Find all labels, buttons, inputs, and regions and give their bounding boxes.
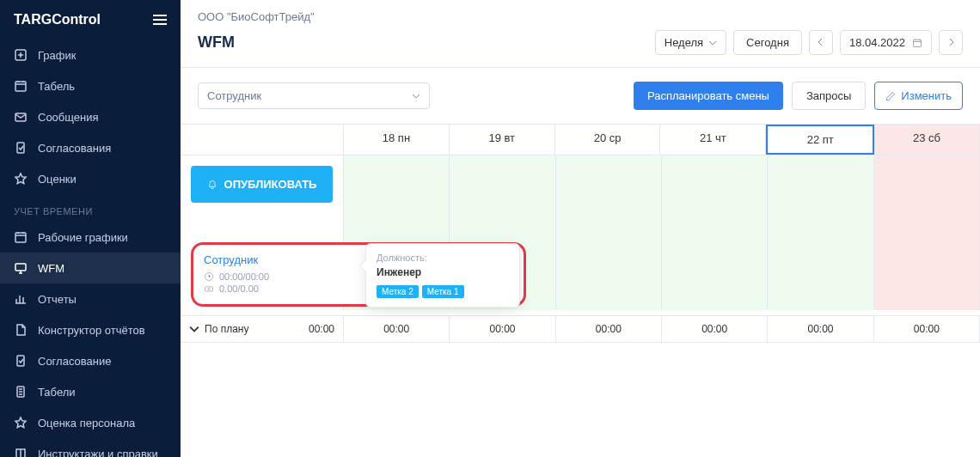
- publish-label: ОПУБЛИКОВАТЬ: [224, 178, 317, 191]
- day-header[interactable]: 22 пт: [766, 125, 874, 155]
- sidebar-item-отчеты[interactable]: Отчеты: [0, 283, 181, 314]
- menu-toggle-icon[interactable]: [153, 15, 167, 25]
- main-content: ООО "БиоСофтТрейд" WFM Неделя Сегодня 18…: [181, 0, 980, 457]
- plus-box-icon: [14, 48, 28, 62]
- sidebar: TARGControl ГрафикТабельСообщенияСогласо…: [0, 0, 181, 457]
- sidebar-item-wfm[interactable]: WFM: [0, 253, 181, 283]
- sidebar-item-инструктажи-и-справки[interactable]: Инструктажи и справки: [0, 438, 181, 457]
- day-column[interactable]: [768, 155, 873, 310]
- publish-button[interactable]: ОПУБЛИКОВАТЬ: [191, 166, 333, 203]
- sidebar-item-сообщения[interactable]: Сообщения: [0, 101, 181, 132]
- plan-row-header[interactable]: По плану 00:00: [181, 316, 344, 342]
- edit-icon: [885, 91, 896, 101]
- calendar-icon: [14, 230, 28, 244]
- calendar-icon: [912, 38, 922, 48]
- plan-first-value: 00:00: [309, 323, 334, 335]
- svg-rect-8: [914, 40, 922, 46]
- employee-placeholder: Сотрудник: [207, 89, 261, 102]
- sidebar-item-label: WFM: [38, 262, 64, 275]
- plan-label: По плану: [205, 323, 248, 335]
- day-column[interactable]: [874, 155, 980, 310]
- sidebar-item-рабочие-графики[interactable]: Рабочие графики: [0, 222, 181, 253]
- day-column[interactable]: [662, 155, 768, 310]
- money-icon: [204, 283, 214, 294]
- sidebar-item-согласование[interactable]: Согласование: [0, 345, 181, 376]
- bell-icon: [207, 180, 217, 190]
- day-header[interactable]: 20 ср: [555, 125, 661, 155]
- day-header[interactable]: 19 вт: [450, 125, 555, 155]
- requests-button[interactable]: Запросы: [792, 82, 866, 110]
- sidebar-item-label: Отчеты: [38, 293, 77, 306]
- svg-rect-4: [15, 233, 26, 242]
- plan-cell: 00:00: [556, 316, 662, 342]
- publish-block: ОПУБЛИКОВАТЬ: [181, 155, 343, 213]
- breadcrumb: ООО "БиоСофтТрейд": [181, 0, 980, 30]
- sidebar-item-оценка-персонала[interactable]: Оценка персонала: [0, 407, 181, 438]
- nav-section-label: УЧЕТ ВРЕМЕНИ: [0, 194, 181, 222]
- clipboard-check-icon: [14, 141, 28, 155]
- file-icon: [14, 323, 28, 337]
- day-header[interactable]: 18 пн: [344, 125, 450, 155]
- header-spacer: [181, 125, 344, 155]
- employee-tooltip: Должность: Инженер Метка 2Метка 1: [365, 243, 520, 308]
- sidebar-item-label: Сообщения: [38, 111, 99, 124]
- period-select[interactable]: Неделя: [655, 30, 726, 55]
- clipboard-icon: [14, 385, 28, 399]
- bar-chart-icon: [14, 292, 28, 306]
- sidebar-item-label: Табели: [38, 386, 76, 399]
- book-icon: [14, 447, 28, 457]
- sidebar-item-label: Согласование: [38, 355, 111, 368]
- sidebar-item-label: Оценка персонала: [38, 417, 135, 430]
- chevron-down-icon: [189, 324, 199, 334]
- title-bar: WFM Неделя Сегодня 18.04.2022: [181, 30, 980, 68]
- monitor-icon: [14, 261, 28, 275]
- sidebar-item-табель[interactable]: Табель: [0, 70, 181, 101]
- sidebar-item-согласования[interactable]: Согласования: [0, 132, 181, 163]
- employee-select[interactable]: Сотрудник: [198, 82, 430, 109]
- svg-rect-5: [15, 264, 26, 271]
- tag: Метка 1: [422, 285, 464, 298]
- next-button[interactable]: [939, 30, 963, 55]
- prev-button[interactable]: [809, 30, 833, 55]
- sidebar-item-график[interactable]: График: [0, 40, 181, 70]
- edit-button[interactable]: Изменить: [874, 82, 963, 110]
- title-controls: Неделя Сегодня 18.04.2022: [655, 30, 963, 55]
- period-label: Неделя: [665, 36, 703, 49]
- svg-rect-6: [17, 356, 24, 366]
- plan-cell: 00:00: [450, 316, 555, 342]
- day-header[interactable]: 23 сб: [874, 125, 980, 155]
- plan-cell: 00:00: [874, 316, 980, 342]
- edit-label: Изменить: [901, 89, 952, 102]
- plan-row: По плану 00:00 00:0000:0000:0000:0000:00…: [181, 315, 980, 343]
- date-picker[interactable]: 18.04.2022: [840, 30, 932, 55]
- sidebar-item-конструктор-отчётов[interactable]: Конструктор отчётов: [0, 314, 181, 345]
- tooltip-tags: Метка 2Метка 1: [377, 285, 509, 298]
- sidebar-item-label: Инструктажи и справки: [38, 448, 158, 458]
- mail-icon: [14, 110, 28, 124]
- plan-shifts-button[interactable]: Распланировать смены: [634, 82, 783, 110]
- clock-icon: [204, 271, 214, 282]
- date-value: 18.04.2022: [849, 36, 905, 49]
- chevron-left-icon: [817, 38, 825, 46]
- day-header[interactable]: 21 чт: [660, 125, 766, 155]
- plan-cell: 00:00: [344, 316, 450, 342]
- sidebar-item-label: Конструктор отчётов: [38, 324, 145, 337]
- tooltip-position-value: Инженер: [377, 266, 509, 278]
- today-button[interactable]: Сегодня: [733, 30, 802, 55]
- svg-point-11: [208, 288, 210, 289]
- sidebar-item-табели[interactable]: Табели: [0, 376, 181, 407]
- star-icon: [14, 172, 28, 186]
- star-icon: [14, 416, 28, 430]
- page-title: WFM: [198, 34, 235, 52]
- sidebar-item-label: График: [38, 49, 76, 62]
- sidebar-item-оценки[interactable]: Оценки: [0, 163, 181, 194]
- nav: ГрафикТабельСообщенияСогласованияОценки …: [0, 40, 181, 457]
- sidebar-header: TARGControl: [0, 0, 181, 40]
- svg-rect-3: [17, 143, 24, 153]
- tag: Метка 2: [377, 285, 419, 298]
- calendar-icon: [14, 79, 28, 93]
- plan-cell: 00:00: [662, 316, 768, 342]
- app-logo[interactable]: TARGControl: [14, 12, 101, 27]
- day-column[interactable]: [556, 155, 662, 310]
- tooltip-position-label: Должность:: [377, 253, 509, 263]
